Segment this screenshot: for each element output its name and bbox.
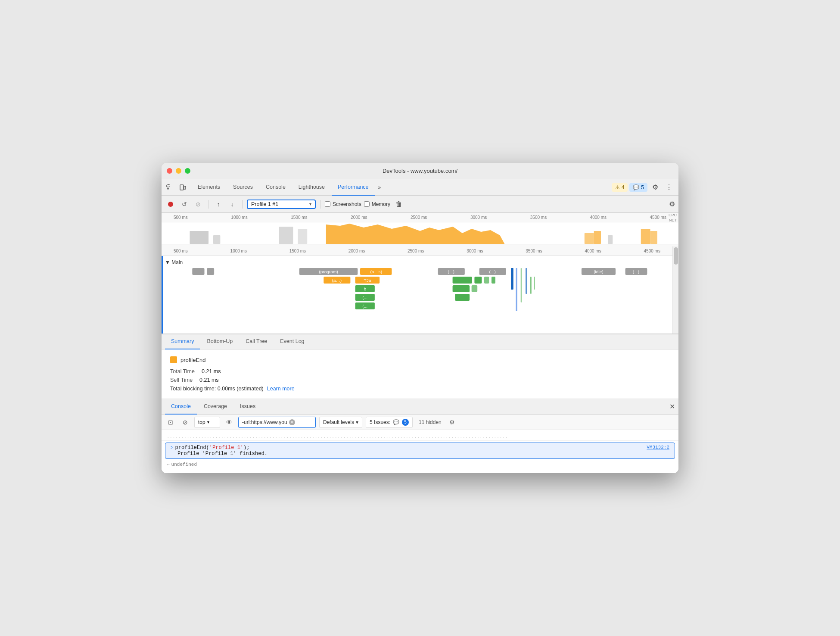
- console-levels-dropdown[interactable]: Default levels ▾: [319, 417, 362, 428]
- tab-lighthouse[interactable]: Lighthouse: [292, 179, 331, 196]
- svg-rect-55: [530, 277, 531, 294]
- window-title: DevTools - www.youtube.com/: [383, 168, 457, 174]
- svg-text:(a…): (a…): [332, 278, 342, 283]
- warn-icon: ⚠: [615, 184, 620, 190]
- main-label: ▼ Main: [165, 259, 183, 265]
- record-button[interactable]: [165, 199, 176, 210]
- svg-rect-12: [608, 235, 613, 244]
- separator: [208, 200, 208, 209]
- device-icon[interactable]: [178, 183, 187, 192]
- tab-sources[interactable]: Sources: [227, 179, 259, 196]
- undefined-arrow-icon: ←: [167, 462, 170, 467]
- console-eye-icon[interactable]: 👁: [224, 417, 235, 428]
- selection-highlight: [162, 256, 163, 334]
- svg-text:(idle): (idle): [594, 270, 604, 274]
- console-code-line2: Profile 'Profile 1' finished.: [171, 451, 268, 457]
- svg-rect-54: [526, 268, 527, 294]
- console-output: ........................................…: [162, 430, 678, 473]
- summary-event-icon: [170, 356, 177, 363]
- tab-performance[interactable]: Performance: [332, 179, 375, 196]
- undefined-label: undefined: [171, 462, 197, 467]
- learn-more-link[interactable]: Learn more: [267, 386, 295, 392]
- self-time-row: Self Time 0.21 ms: [170, 377, 670, 383]
- info-icon: 💬: [633, 184, 639, 190]
- tab-event-log[interactable]: Event Log: [274, 334, 310, 349]
- tab-call-tree[interactable]: Call Tree: [240, 334, 273, 349]
- download-button[interactable]: ↓: [227, 199, 238, 210]
- console-sidebar-icon[interactable]: ⊡: [165, 417, 176, 428]
- trash-button[interactable]: 🗑: [393, 200, 405, 209]
- reload-record-button[interactable]: ↺: [179, 199, 190, 210]
- svg-text:(...: (...: [362, 304, 367, 309]
- cpu-net-labels: CPU NET: [669, 213, 677, 222]
- info-badge[interactable]: 💬 5: [629, 183, 647, 192]
- total-time-value: 0.21 ms: [202, 368, 221, 374]
- devtools-window: DevTools - www.youtube.com/: [162, 163, 678, 473]
- svg-text:(a…s): (a…s): [370, 270, 382, 274]
- tab-elements[interactable]: Elements: [192, 179, 226, 196]
- clear-button[interactable]: ⊘: [193, 199, 204, 210]
- filter-clear-button[interactable]: ✕: [289, 419, 295, 425]
- performance-toolbar: ↺ ⊘ ↑ ↓ Profile 1 #1 ▾ Screenshots Memor…: [162, 196, 678, 213]
- svg-rect-3: [180, 185, 184, 190]
- hidden-count[interactable]: 11 hidden: [416, 418, 444, 426]
- svg-rect-40: [474, 277, 482, 284]
- screenshots-checkbox[interactable]: [325, 201, 330, 207]
- maximize-button[interactable]: [185, 168, 190, 174]
- svg-text:TJa: TJa: [364, 278, 371, 283]
- issues-label: 5 Issues:: [370, 419, 390, 425]
- console-issues-badge[interactable]: 5 Issues: 💬 5: [366, 417, 413, 428]
- console-filter-input[interactable]: -url:https://www.you ✕: [238, 417, 316, 428]
- svg-rect-13: [641, 229, 650, 244]
- svg-rect-4: [184, 186, 186, 189]
- total-time-row: Total Time 0.21 ms: [170, 368, 670, 374]
- cpu-chart[interactable]: [162, 222, 678, 244]
- svg-rect-28: [511, 268, 513, 290]
- console-drawer-tab-coverage[interactable]: Coverage: [198, 399, 233, 415]
- svg-text:(...): (...): [448, 270, 454, 274]
- tab-more-button[interactable]: »: [376, 184, 384, 190]
- console-drawer-tab-console[interactable]: Console: [165, 399, 197, 415]
- svg-rect-14: [650, 231, 657, 244]
- close-button[interactable]: [167, 168, 172, 174]
- self-time-label: Self Time: [170, 377, 193, 383]
- performance-settings-button[interactable]: ⚙: [669, 200, 675, 208]
- tab-console[interactable]: Console: [260, 179, 292, 196]
- total-time-label: Total Time: [170, 368, 195, 374]
- minimize-button[interactable]: [176, 168, 181, 174]
- inspect-icon[interactable]: [165, 183, 174, 192]
- net-label: NET: [669, 218, 677, 222]
- memory-checkbox[interactable]: [364, 201, 370, 207]
- cpu-svg: [162, 222, 678, 244]
- svg-rect-7: [213, 235, 220, 244]
- traffic-lights: [167, 168, 190, 174]
- profile-selector[interactable]: Profile 1 #1 ▾: [247, 200, 316, 209]
- console-context-selector[interactable]: top ▾: [194, 417, 220, 428]
- console-drawer-tab-issues[interactable]: Issues: [234, 399, 261, 415]
- devtools-more-button[interactable]: ⋮: [663, 181, 675, 193]
- warning-badge[interactable]: ⚠ 4: [612, 183, 628, 192]
- svg-rect-18: [192, 268, 204, 275]
- v-scrollbar-thumb[interactable]: [674, 247, 678, 265]
- tab-bottom-up[interactable]: Bottom-Up: [201, 334, 239, 349]
- timeline-ruler-top: 500 ms 1000 ms 1500 ms 2000 ms 2500 ms 3…: [162, 213, 678, 222]
- svg-rect-8: [279, 227, 293, 244]
- v-scrollbar[interactable]: [672, 246, 678, 334]
- console-settings-button[interactable]: ⚙: [449, 419, 455, 426]
- devtools-settings-button[interactable]: ⚙: [649, 181, 661, 193]
- console-vm-link[interactable]: VM3132:2: [647, 445, 669, 450]
- tab-actions: ⚠ 4 💬 5 ⚙ ⋮: [612, 181, 675, 193]
- upload-button[interactable]: ↑: [213, 199, 224, 210]
- console-clear-icon[interactable]: ⊘: [180, 417, 191, 428]
- flame-chart-area[interactable]: ▼ Main (program) (a…s): [162, 256, 672, 334]
- svg-rect-41: [484, 277, 489, 284]
- profile-label: Profile 1 #1: [251, 201, 308, 207]
- console-code-string: 'Profile 1': [209, 445, 243, 451]
- console-close-button[interactable]: ✕: [669, 402, 675, 411]
- svg-rect-53: [521, 268, 522, 302]
- ruler-ticks-bottom: 500 ms 1000 ms 1500 ms 2000 ms 2500 ms 3…: [165, 249, 669, 253]
- svg-rect-10: [585, 233, 594, 244]
- levels-arrow-icon: ▾: [356, 419, 358, 425]
- tbt-label: Total blocking time: 0.00ms (estimated): [170, 386, 264, 392]
- tab-summary[interactable]: Summary: [165, 334, 200, 349]
